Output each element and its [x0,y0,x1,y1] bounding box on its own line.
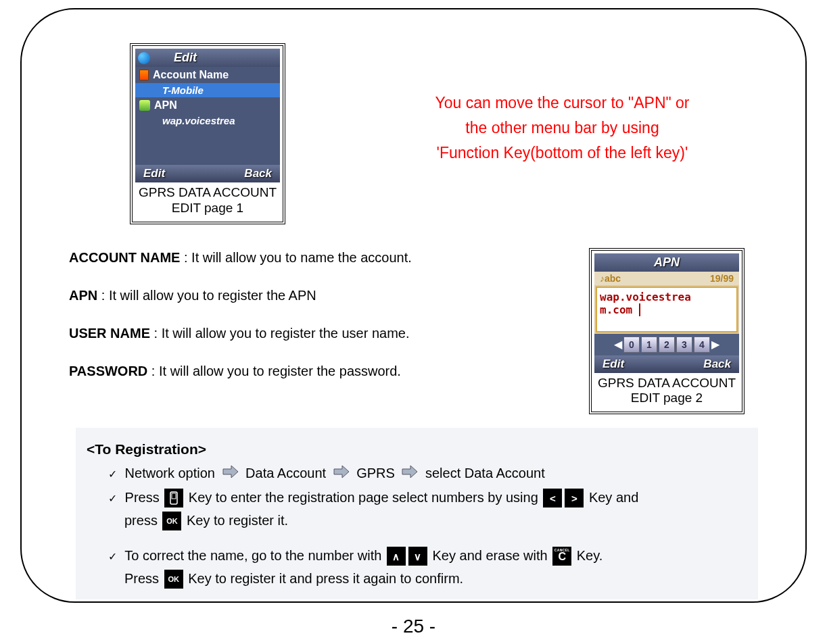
registration-box: <To Registration> Network option Data Ac… [76,428,758,599]
menu-item-tmobile: T-Mobile [135,83,280,97]
ok-key-icon: OK [162,512,181,530]
key-2: 2 [659,337,675,353]
up-key-icon: ∧ [387,547,406,566]
reg-line-3: press OK Key to register it. [124,509,745,532]
arrow-right-icon [333,463,350,486]
def-account-name-label: ACCOUNT NAME [69,250,180,265]
def-user-text: : It will allow you to register the user… [150,326,410,341]
page-border: Edit Account Name T-Mobile APN wap.voice… [20,8,807,603]
ok-key-icon: OK [164,570,183,589]
svg-rect-1 [172,493,176,499]
right-key-icon: > [565,489,584,507]
def-pass-text: : It will allow you to register the pass… [147,364,401,378]
def-apn-text: : It will allow you to register the APN [97,288,316,303]
lock-icon [139,100,150,111]
phone1-header: Edit [135,49,280,67]
globe-icon [138,52,150,64]
reg-title: <To Registration> [87,437,745,462]
phone1-title: Edit [174,51,197,65]
top-row: Edit Account Name T-Mobile APN wap.voice… [62,43,765,224]
left-key-icon: < [543,489,562,507]
menu-item-wap: wap.voicestrea [135,114,280,128]
key-1: 1 [641,337,657,353]
red-note: You can move the cursor to "APN" or the … [360,91,765,165]
reg-line-2: Press Key to enter the registration page… [108,486,745,509]
key-3: 3 [676,337,692,353]
nav-right-icon: ▶ [711,338,719,351]
key-4: 4 [694,337,710,353]
document-icon [139,70,149,80]
reg-line-1: Network option Data Account GPRS select … [108,462,745,486]
nav-left-icon: ◀ [614,338,622,351]
arrow-right-icon [222,463,239,486]
softkey-edit: Edit [143,167,165,180]
page-number: - 25 - [0,616,827,637]
softkey2-edit: Edit [602,357,624,371]
def-user-label: USER NAME [69,326,150,341]
reg-line-5: Press OK Key to register it and press it… [124,567,745,590]
def-apn-label: APN [69,288,97,303]
down-key-icon: ∨ [408,547,427,566]
phone2-caption-l2: EDIT page 2 [596,391,738,406]
keypad-row: ◀ 0 1 2 3 4 ▶ [594,334,739,355]
key-0: 0 [623,337,640,353]
definitions: ACCOUNT NAME : It will allow you to name… [69,248,412,415]
mid-section: ACCOUNT NAME : It will allow you to name… [62,248,765,415]
phone2-header: APN [594,253,739,272]
apn-text-input: wap.voicestrea m.com [596,287,738,332]
softkey2-back: Back [703,357,731,371]
cancel-key-icon: CANCELC [552,547,571,566]
softkey-back: Back [244,167,272,180]
input-mode: ♪abc [600,273,621,284]
menu-item-apn: APN [135,97,280,114]
arrow-right-icon [401,463,419,486]
phone-key-icon [164,489,183,507]
char-count: 19/99 [710,273,734,284]
phone-screenshot-2: APN ♪abc 19/99 wap.voicestrea m.com ◀ 0 … [589,248,745,415]
phone-screenshot-1: Edit Account Name T-Mobile APN wap.voice… [130,43,285,224]
phone1-caption-l2: EDIT page 1 [137,201,279,216]
phone1-caption-l1: GPRS DATA ACCOUNT [137,185,279,201]
menu-item-account-name: Account Name [135,67,280,83]
def-account-name-text: : It will allow you to name the account. [180,250,411,265]
reg-line-4: To correct the name, go to the number wi… [108,544,745,567]
def-pass-label: PASSWORD [69,364,147,378]
phone2-caption-l1: GPRS DATA ACCOUNT [596,376,738,391]
